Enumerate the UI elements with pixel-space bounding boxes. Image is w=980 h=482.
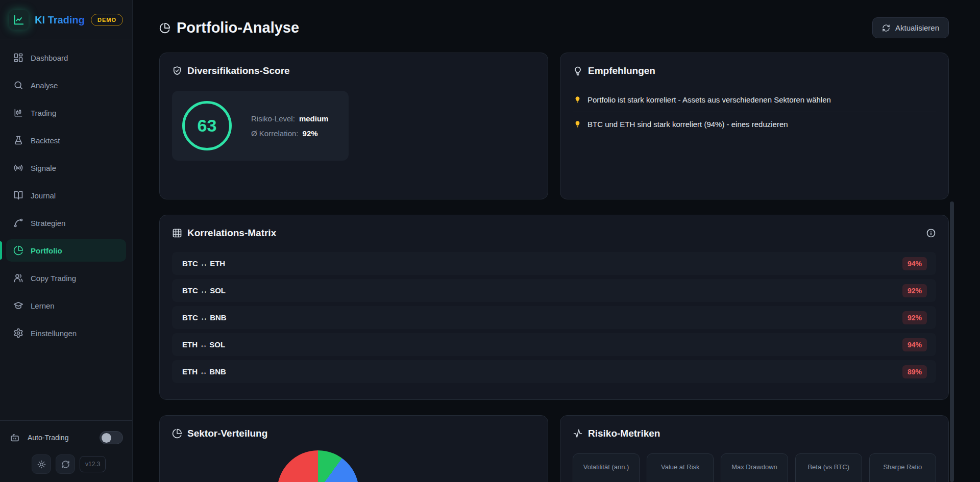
- sidebar-item-journal[interactable]: Journal: [6, 184, 126, 207]
- refresh-icon: [61, 460, 70, 469]
- correlation-badge: 94%: [902, 338, 927, 351]
- theme-button[interactable]: [32, 454, 51, 474]
- sidebar-item-lernen[interactable]: Lernen: [6, 294, 126, 317]
- grid-icon: [172, 228, 182, 238]
- candlestick-icon: [13, 108, 23, 118]
- reload-button[interactable]: [56, 454, 75, 474]
- auto-trading-toggle[interactable]: [100, 431, 123, 444]
- pair-label: ETH ↔ BNB: [182, 367, 226, 376]
- sidebar-item-backtest[interactable]: Backtest: [6, 129, 126, 151]
- pair-label: BTC ↔ BNB: [182, 313, 227, 322]
- sidebar-item-trading[interactable]: Trading: [6, 102, 126, 124]
- sidebar-footer: Auto-Trading v12.3: [0, 420, 132, 482]
- metric-box: Beta (vs BTC): [795, 453, 862, 482]
- sun-icon: [37, 460, 46, 469]
- sidebar-item-signale[interactable]: Signale: [6, 157, 126, 179]
- page-title: Portfolio-Analyse: [159, 19, 299, 36]
- chart-line-logo-icon: [9, 10, 29, 30]
- sidebar-item-label: Lernen: [31, 301, 55, 310]
- recommendations-card: Empfehlungen Portfolio ist stark korreli…: [560, 53, 949, 199]
- correlation-row: BTC ↔ SOL 92%: [172, 279, 936, 302]
- sidebar-item-einstellungen[interactable]: Einstellungen: [6, 322, 126, 344]
- sector-pie-chart: [277, 450, 359, 482]
- sidebar-item-strategien[interactable]: Strategien: [6, 212, 126, 234]
- main-content: Portfolio-Analyse Aktualisieren Diversif…: [133, 0, 980, 482]
- card-title: Korrelations-Matrix: [172, 227, 276, 239]
- card-title: Sektor-Verteilung: [172, 428, 535, 439]
- pair-label: BTC ↔ ETH: [182, 259, 225, 268]
- users-icon: [13, 273, 23, 283]
- card-title: Empfehlungen: [573, 65, 936, 77]
- score-panel: 63 Risiko-Level: medium Ø Korrelation: 9…: [172, 91, 349, 161]
- app-title: KI Trading: [35, 14, 85, 26]
- sidebar-item-label: Trading: [31, 109, 56, 117]
- info-icon[interactable]: [926, 228, 936, 238]
- book-open-icon: [13, 190, 23, 200]
- risk-level-label: Risiko-Level:: [251, 114, 295, 123]
- spline-icon: [13, 218, 23, 228]
- demo-badge: DEMO: [91, 14, 123, 26]
- card-title: Risiko-Metriken: [573, 428, 936, 439]
- sector-distribution-card: Sektor-Verteilung: [159, 415, 548, 482]
- logo-row: KI Trading DEMO: [0, 0, 132, 39]
- app-root: KI Trading DEMO Dashboard Analyse Tradin…: [0, 0, 980, 482]
- pie-chart-icon: [159, 22, 170, 34]
- metric-box: Volatilität (ann.): [573, 453, 640, 482]
- radio-icon: [13, 163, 23, 173]
- sidebar-item-label: Portfolio: [31, 246, 62, 255]
- sidebar-item-dashboard[interactable]: Dashboard: [6, 46, 126, 69]
- metric-box: Max Drawdown: [721, 453, 788, 482]
- diversification-score-card: Diversifikations-Score 63 Risiko-Level: …: [159, 53, 548, 199]
- recommendation-item: BTC und ETH sind stark korreliert (94%) …: [573, 112, 936, 136]
- sidebar-item-portfolio[interactable]: Portfolio: [6, 239, 126, 262]
- risk-metrics-card: Risiko-Metriken Volatilität (ann.) Value…: [560, 415, 949, 482]
- risk-level-value: medium: [299, 114, 329, 123]
- correlation-row: ETH ↔ BNB 89%: [172, 360, 936, 383]
- pair-label: ETH ↔ SOL: [182, 340, 225, 349]
- sidebar-item-analyse[interactable]: Analyse: [6, 74, 126, 96]
- recommendation-item: Portfolio ist stark korreliert - Assets …: [573, 88, 936, 112]
- sidebar-item-label: Journal: [31, 191, 56, 200]
- refresh-button[interactable]: Aktualisieren: [872, 17, 949, 38]
- refresh-icon: [882, 24, 890, 32]
- sidebar-item-label: Analyse: [31, 81, 58, 90]
- correlation-row: ETH ↔ SOL 94%: [172, 333, 936, 356]
- lightbulb-bulb-icon: [574, 120, 581, 128]
- correlation-badge: 92%: [902, 311, 927, 324]
- toggle-knob: [102, 433, 111, 443]
- correlation-badge: 89%: [902, 365, 927, 378]
- sidebar-nav: Dashboard Analyse Trading Backtest Signa…: [0, 39, 132, 420]
- score-gauge: 63: [182, 101, 232, 150]
- sidebar-item-label: Dashboard: [31, 54, 68, 62]
- auto-trading-label: Auto-Trading: [28, 434, 68, 442]
- page-header: Portfolio-Analyse Aktualisieren: [159, 17, 949, 38]
- pie-chart-icon: [172, 428, 182, 439]
- pair-label: BTC ↔ SOL: [182, 286, 226, 295]
- card-title: Diversifikations-Score: [172, 65, 535, 77]
- lightbulb-bulb-icon: [574, 96, 581, 104]
- shield-check-icon: [172, 66, 182, 76]
- sidebar-item-copy-trading[interactable]: Copy Trading: [6, 267, 126, 289]
- search-icon: [13, 80, 23, 90]
- dashboard-icon: [13, 53, 23, 63]
- correlation-badge: 94%: [902, 257, 927, 270]
- scrollbar-thumb[interactable]: [950, 201, 954, 482]
- sidebar-item-label: Backtest: [31, 136, 60, 145]
- gear-icon: [13, 328, 23, 338]
- correlation-row: BTC ↔ BNB 92%: [172, 306, 936, 329]
- sidebar-item-label: Copy Trading: [31, 274, 76, 283]
- sidebar-item-label: Signale: [31, 164, 56, 172]
- metric-box: Value at Risk: [647, 453, 714, 482]
- score-value: 63: [198, 116, 217, 136]
- graduation-cap-icon: [13, 300, 23, 311]
- version-badge: v12.3: [80, 456, 106, 472]
- sidebar: KI Trading DEMO Dashboard Analyse Tradin…: [0, 0, 133, 482]
- avg-correlation-label: Ø Korrelation:: [251, 129, 299, 138]
- lightbulb-icon: [573, 66, 583, 76]
- flask-icon: [13, 135, 23, 145]
- correlation-row: BTC ↔ ETH 94%: [172, 252, 936, 275]
- sidebar-item-label: Einstellungen: [31, 329, 77, 338]
- sidebar-item-label: Strategien: [31, 219, 65, 227]
- bot-icon: [9, 432, 20, 443]
- avg-correlation-value: 92%: [303, 129, 318, 138]
